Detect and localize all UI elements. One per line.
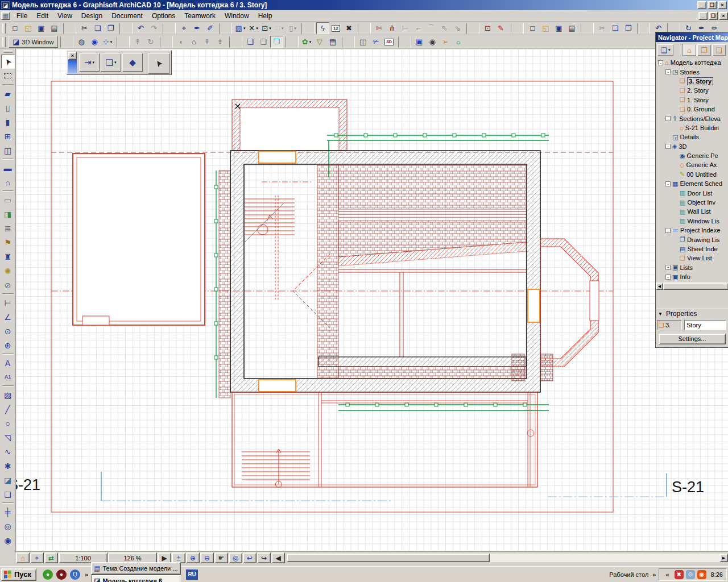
minibar-close-icon[interactable]: × [68, 52, 77, 60]
tree-expand-toggle[interactable]: - [665, 275, 671, 280]
home-story-icon[interactable]: ⌂ [188, 36, 201, 48]
roof-tool[interactable]: ⌂ [1, 175, 15, 189]
detail-tool[interactable]: ◎ [1, 519, 15, 533]
marquee-tool[interactable] [1, 69, 15, 83]
fill-tool[interactable]: ▨ [1, 388, 15, 402]
photorender-window-icon[interactable]: ▣ [413, 36, 426, 48]
tray-collapse-chevron[interactable]: « [665, 571, 669, 578]
tree-expand-toggle[interactable]: + [665, 265, 671, 270]
tray-shield-icon[interactable]: ✖ [675, 570, 684, 579]
gravity-icon[interactable]: ϟ [316, 22, 329, 34]
minimize-button[interactable]: _ [697, 1, 706, 9]
undo-icon[interactable]: ↶ [134, 22, 147, 34]
beam-tool[interactable]: ▬ [1, 161, 15, 175]
cut2-icon[interactable]: ✂ [595, 22, 609, 34]
eraser-button[interactable]: ◆ [122, 53, 143, 72]
photorender-settings-icon[interactable]: ◉ [426, 36, 439, 48]
tree-00-untitled[interactable]: ✎ 00 Untitled [656, 170, 728, 179]
resize-icon[interactable]: ⇖ [438, 22, 451, 34]
slab-tool[interactable]: ▭ [1, 193, 15, 207]
level-dimension-tool[interactable]: ⊕ [1, 338, 15, 352]
mesh-tool[interactable]: ◨ [1, 207, 15, 221]
look-to-icon[interactable]: ◖ [175, 36, 188, 48]
menu-item[interactable]: Help [254, 11, 277, 21]
tree-story-1[interactable]: ❏ 1. Story [656, 95, 728, 105]
restore-button[interactable]: ❐ [708, 1, 717, 9]
desktop-chevron-icon[interactable]: » [652, 571, 656, 578]
tree-door-list[interactable]: ▥ Door List [656, 188, 728, 197]
3d-projection-icon[interactable]: ◍ [75, 36, 88, 48]
child-restore-button[interactable]: ❐ [709, 12, 718, 20]
tree-story-0[interactable]: ❏ 0. Ground [656, 105, 728, 114]
copy-icon[interactable]: ❏ [91, 22, 104, 34]
tree-story-3[interactable]: ❏ 3. Story [656, 77, 728, 86]
quick-layers-icon[interactable]: ▤ [326, 36, 340, 48]
snap-points-icon[interactable]: ∷ [273, 22, 286, 34]
3d-window-button[interactable]: ◪ 3D Window [9, 36, 58, 48]
tree-element-schedules[interactable]: - ▦ Element Sched [656, 179, 728, 188]
find-select-icon[interactable]: ⌖ [177, 22, 191, 34]
navigator-title[interactable]: Navigator - Project Map [656, 32, 728, 42]
marquee-restrict-icon[interactable]: ▨ [234, 22, 247, 34]
print2-icon[interactable]: ▤ [565, 22, 578, 34]
scrollbar-track[interactable] [490, 554, 719, 562]
task-archicad[interactable]: ◪ Модель коттеджа 6... [91, 575, 181, 582]
tree-expand-toggle[interactable]: - [665, 69, 671, 74]
3d-cutting-icon[interactable]: ✃ [370, 36, 383, 48]
zone-tool[interactable]: ⚑ [1, 235, 15, 250]
quicklaunch-overflow-chevron[interactable]: » [85, 571, 88, 578]
3d-camera-icon[interactable]: ◉ [88, 36, 101, 48]
settings-button[interactable]: Settings... [659, 334, 726, 344]
tree-3d[interactable]: - ◈ 3D [656, 142, 728, 151]
story-up-icon[interactable]: ⇞ [201, 36, 214, 48]
tree-s21-building[interactable]: ⌂ S-21 Buildin [656, 123, 728, 132]
minibar-title-strip[interactable]: × [68, 52, 77, 73]
magic-wand-icon[interactable]: ✎ [494, 22, 507, 34]
fillet-icon[interactable]: ⌒ [425, 22, 438, 34]
paste2-icon[interactable]: ❐ [622, 22, 635, 34]
marquee-arrow-button[interactable]: ⇥ [79, 53, 100, 72]
edit-selection-icon[interactable]: ⊡ [481, 22, 494, 34]
arrow-tool[interactable]: ➤ [1, 55, 15, 69]
spline-tool[interactable]: ∿ [1, 444, 15, 459]
dialog-settings-icon[interactable]: ◫ [357, 36, 370, 48]
print-icon[interactable]: ▤ [48, 22, 61, 34]
horizontal-scrollbar[interactable]: ▶ [287, 554, 728, 562]
start-button[interactable]: Пуск [1, 568, 36, 581]
pickup-parameters-icon[interactable]: ✒ [191, 22, 204, 34]
tree-object-inventory[interactable]: ▥ Object Inv [656, 198, 728, 207]
child-minimize-button[interactable]: _ [698, 12, 708, 20]
ruler-icon[interactable]: 12 [329, 22, 342, 34]
door-tool[interactable]: ▮ [1, 115, 15, 129]
angle-dimension-tool[interactable]: ∠ [1, 310, 15, 324]
cursor-snap-icon[interactable]: ⊡ [260, 22, 273, 34]
menu-item[interactable]: Edit [32, 11, 53, 21]
marquee-rect-button[interactable]: ❏ [101, 53, 121, 72]
tree-wall-list[interactable]: ▥ Wall List [656, 207, 728, 216]
fit-in-window-icon[interactable]: ◎ [229, 552, 242, 563]
paste-settings-icon[interactable]: ❑ [257, 36, 270, 48]
radial-dimension-tool[interactable]: ⊙ [1, 324, 15, 338]
menu-item[interactable]: View [53, 11, 77, 21]
layer-filter-icon[interactable]: ▽ [313, 36, 326, 48]
3d-axis-icon[interactable]: ⊹ [101, 36, 114, 48]
project-chooser-button[interactable]: ❏ [657, 44, 674, 56]
pan-mode-icon[interactable]: ⇄ [44, 552, 58, 563]
tree-info[interactable]: - ▣ Info [656, 272, 728, 281]
document-window-icon[interactable]: ▦ [1, 11, 10, 20]
3d-document-icon[interactable]: 3D [383, 36, 396, 48]
tree-expand-toggle[interactable]: - [665, 228, 671, 233]
fly-through-icon[interactable]: ➢ [439, 36, 452, 48]
next-zoom-icon[interactable]: ↪ [257, 552, 271, 563]
tree-generic-perspective[interactable]: ◉ Generic Pe [656, 151, 728, 160]
tray-agent-icon[interactable]: ◉ [697, 570, 706, 579]
menu-item[interactable]: File [12, 11, 32, 21]
tree-view-list[interactable]: ❏ View List [656, 253, 728, 263]
adjust-icon[interactable]: ⊢ [399, 22, 412, 34]
wall-tool[interactable]: ▰ [1, 86, 15, 101]
new2-icon[interactable]: □ [526, 22, 539, 34]
tree-horizontal-scrollbar[interactable]: ◀ [656, 282, 728, 290]
split-icon[interactable]: ⋔ [386, 22, 399, 34]
zoom-in-icon[interactable]: ⊕ [186, 552, 200, 563]
tree-expand-toggle[interactable]: - [665, 144, 671, 149]
